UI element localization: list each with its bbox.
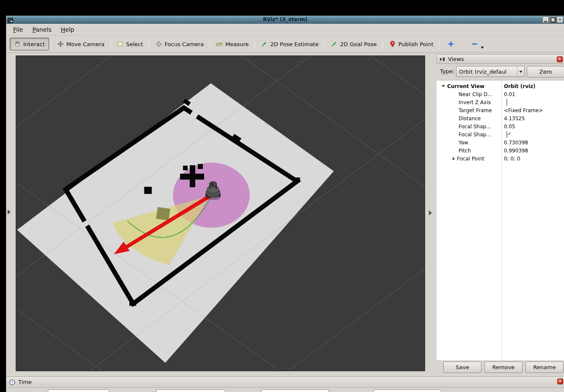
- add-tool-icon: [448, 41, 454, 47]
- obstacle-block: [144, 187, 152, 194]
- toolbar-button-2d-goal-pose[interactable]: 2D Goal Pose: [326, 38, 381, 50]
- expander-down-icon[interactable]: [442, 85, 445, 87]
- toolbar-separator: [439, 39, 440, 50]
- ruler-icon: [216, 41, 223, 47]
- titlebar[interactable]: RViz* (3_xterm): [6, 16, 564, 24]
- invert-z-checkbox[interactable]: [506, 99, 507, 106]
- toolbar-label: Focus Camera: [165, 41, 204, 47]
- menu-panels[interactable]: Panels: [29, 25, 55, 34]
- remove-tool-icon: [471, 41, 478, 47]
- publish-point-pin-icon: [389, 41, 396, 47]
- toolbar-label: Move Camera: [66, 41, 105, 47]
- menubar: File Panels Help: [6, 24, 564, 35]
- property-row-focal-shape-fixed[interactable]: Focal Shap...: [437, 130, 564, 138]
- move-camera-icon: [57, 41, 64, 47]
- toolbar-label: Select: [126, 41, 143, 47]
- views-panel-title: Views: [448, 56, 464, 62]
- zero-button[interactable]: Zero: [527, 66, 564, 77]
- property-row-pitch[interactable]: Pitch 0.990398: [437, 146, 564, 155]
- toolbar-separator: [383, 39, 383, 50]
- rename-button[interactable]: Rename: [525, 362, 564, 373]
- time-panel-title: Time: [18, 379, 32, 385]
- remove-tool-button[interactable]: [468, 38, 481, 50]
- close-icon[interactable]: [557, 17, 563, 23]
- window-title: RViz* (3_xterm): [6, 17, 564, 22]
- focal-shape-checkbox[interactable]: [506, 131, 507, 138]
- rviz-window: RViz* (3_xterm) File Panels Help: [6, 16, 564, 392]
- toolbar-button-interact[interactable]: Interact: [10, 38, 49, 50]
- views-close-icon[interactable]: [557, 56, 563, 62]
- horizontal-splitter-handle[interactable]: [276, 371, 301, 375]
- toolbar-button-measure[interactable]: Measure: [212, 38, 253, 50]
- combobox-arrow[interactable]: [517, 66, 524, 77]
- minimize-icon[interactable]: [542, 17, 549, 23]
- toolbar-separator: [210, 39, 210, 50]
- toolbar-separator: [111, 39, 111, 50]
- property-row-invert-z[interactable]: Invert Z Axis: [437, 98, 564, 106]
- toolbar-separator: [51, 39, 51, 50]
- view-property-grid: Current View Orbit (rviz) Near Clip D...…: [437, 80, 564, 360]
- toolbar-button-focus-camera[interactable]: Focus Camera: [151, 38, 208, 50]
- menu-file[interactable]: File: [10, 25, 26, 34]
- time-field[interactable]: [373, 389, 441, 392]
- views-panel-icon: [439, 56, 446, 63]
- view-type-value: Orbit (rviz_defaul: [459, 69, 506, 75]
- time-panel-header[interactable]: Time: [6, 376, 564, 388]
- hand-icon: [14, 41, 21, 47]
- chevron-down-icon: [519, 71, 523, 73]
- view-type-combobox[interactable]: Orbit (rviz_defaul: [456, 66, 525, 77]
- goal-pose-arrow-icon: [331, 41, 337, 47]
- obstacle-khaki: [156, 207, 171, 221]
- add-tool-button[interactable]: [445, 38, 457, 50]
- toolbar-label: Measure: [225, 41, 249, 47]
- remove-button[interactable]: Remove: [484, 362, 523, 373]
- expander-right-icon[interactable]: [453, 157, 455, 160]
- toolbar-label: 2D Pose Estimate: [270, 41, 318, 47]
- property-row-yaw[interactable]: Yaw 0.730398: [437, 138, 564, 146]
- grid-column-divider[interactable]: [501, 80, 502, 360]
- viewport[interactable]: [16, 55, 425, 371]
- time-close-icon[interactable]: [557, 378, 563, 384]
- property-row-focal-shape-size[interactable]: Focal Shap... 0.05: [437, 122, 564, 130]
- views-panel: Views Type: Orbit (rviz_defaul Zero Curr…: [437, 54, 564, 374]
- select-box-icon: [117, 41, 124, 47]
- property-row-near-clip[interactable]: Near Clip D... 0.01: [437, 90, 564, 98]
- time-field[interactable]: [261, 389, 329, 392]
- views-buttons: Save Remove Rename: [443, 362, 564, 373]
- property-row-distance[interactable]: Distance 4.13525: [437, 114, 564, 122]
- toolbar-button-publish-point[interactable]: Publish Point: [385, 38, 438, 50]
- left-panel-collapse-handle[interactable]: [8, 210, 11, 215]
- views-panel-header[interactable]: Views: [437, 54, 564, 64]
- toolbar-separator: [324, 39, 325, 50]
- toolbar: Interact Move Camera Select: [6, 35, 564, 53]
- menu-help[interactable]: Help: [58, 25, 78, 34]
- maximize-icon[interactable]: [550, 17, 556, 23]
- 3d-scene: [16, 56, 425, 371]
- toolbar-button-move-camera[interactable]: Move Camera: [53, 38, 109, 50]
- property-row-current-view[interactable]: Current View Orbit (rviz): [437, 82, 564, 90]
- property-row-target-frame[interactable]: Target Frame <Fixed Frame>: [437, 106, 564, 114]
- pose-estimate-arrow-icon: [261, 41, 268, 47]
- tool-dropdown-caret-icon[interactable]: [481, 47, 484, 49]
- toolbar-label: Interact: [23, 41, 45, 47]
- toolbar-separator: [254, 39, 255, 50]
- toolbar-label: Publish Point: [398, 41, 434, 47]
- toolbar-button-2d-pose-estimate[interactable]: 2D Pose Estimate: [257, 38, 323, 50]
- type-label: Type:: [440, 68, 454, 75]
- desktop: { "window": { "title": "RViz* (3_xterm)"…: [0, 0, 564, 392]
- clock-icon: [9, 379, 16, 386]
- toolbar-separator: [149, 39, 149, 50]
- save-button[interactable]: Save: [443, 362, 481, 373]
- property-row-focal-point[interactable]: Focal Point 0; 0; 0: [437, 155, 564, 163]
- time-field[interactable]: [48, 389, 109, 392]
- toolbar-button-select[interactable]: Select: [113, 38, 147, 50]
- time-field[interactable]: [156, 389, 225, 392]
- focus-crosshair-icon: [155, 41, 162, 47]
- view-type-row: Type: Orbit (rviz_defaul Zero: [437, 65, 564, 78]
- toolbar-label: 2D Goal Pose: [340, 41, 376, 47]
- views-panel-collapse-handle[interactable]: [429, 210, 432, 215]
